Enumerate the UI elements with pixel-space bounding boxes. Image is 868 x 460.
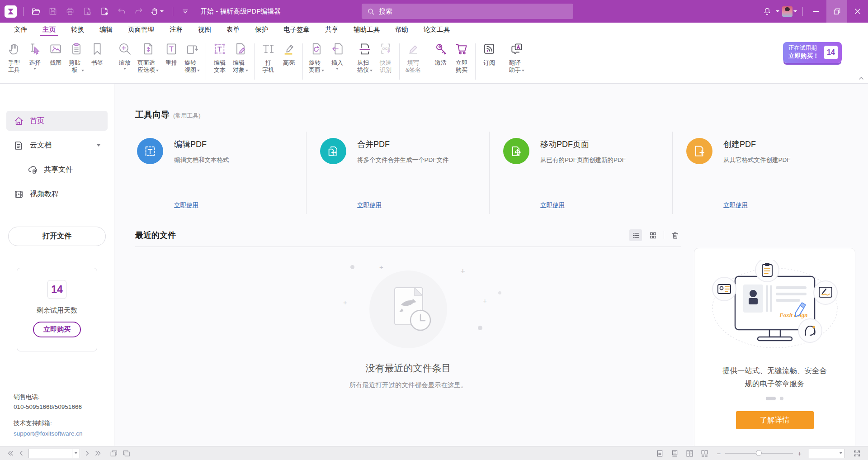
menu-help[interactable]: 帮助 — [387, 23, 416, 36]
menu-page-management[interactable]: 页面管理 — [120, 23, 162, 36]
menu-share[interactable]: 共享 — [317, 23, 346, 36]
hand-tool-button[interactable]: 手型 工具 — [4, 40, 24, 74]
menu-home[interactable]: 主页 — [35, 23, 63, 36]
edit-text-button[interactable]: 编辑 文本 — [209, 40, 230, 74]
zoom-button[interactable]: 缩放 — [114, 40, 135, 71]
activate-button[interactable]: 激活 — [430, 40, 451, 67]
tool-card-create-pdf[interactable]: 创建PDF 从其它格式文件创建PDF 立即使用 — [672, 132, 855, 214]
collapse-ribbon-icon[interactable] — [858, 74, 864, 82]
menu-comment[interactable]: 注释 — [162, 23, 190, 36]
highlight-button[interactable]: 高亮 — [278, 40, 299, 67]
clear-recent-button[interactable] — [669, 229, 681, 241]
sidebar-item-video-tutorials[interactable]: 视频教程 — [6, 184, 108, 204]
user-avatar[interactable] — [782, 6, 793, 17]
tool-card-move-pages[interactable]: 移动PDF页面 从已有的PDF页面创建新的PDF 立即使用 — [489, 132, 672, 214]
ribbon-divider — [399, 43, 400, 80]
sidebar-item-shared-files[interactable]: 共享文件 — [6, 160, 108, 180]
single-page-view-button[interactable] — [653, 446, 666, 460]
trial-badge[interactable]: 正在试用期 立即购买！ 14 — [783, 42, 842, 63]
menu-edit[interactable]: 编辑 — [92, 23, 120, 36]
account-caret-icon[interactable] — [793, 10, 797, 12]
use-now-link[interactable]: 立即使用 — [174, 201, 298, 209]
facing-continuous-view-button[interactable] — [698, 446, 711, 460]
zoom-in-button[interactable]: + — [797, 450, 802, 457]
fill-sign-pencil-icon — [405, 41, 421, 57]
rotate-pages-button[interactable]: 旋转 页面 — [306, 40, 327, 74]
minimize-button[interactable] — [806, 0, 826, 23]
use-now-link[interactable]: 立即使用 — [723, 201, 847, 209]
search-input[interactable]: 搜索 — [362, 4, 573, 19]
previous-view-button[interactable] — [108, 446, 120, 460]
sidebar-item-cloud-docs[interactable]: 云文档 — [6, 135, 108, 155]
menu-convert[interactable]: 转换 — [63, 23, 92, 36]
buy-now-pill-button[interactable]: 立即购买 — [33, 322, 81, 337]
zoom-dropdown-button[interactable] — [837, 449, 845, 458]
reflow-button[interactable]: 重排 — [161, 40, 182, 67]
zoom-slider-track[interactable] — [725, 453, 793, 454]
use-now-link[interactable]: 立即使用 — [357, 201, 481, 209]
tool-card-edit-pdf[interactable]: 编辑PDF 编辑文档和文本格式 立即使用 — [135, 132, 306, 214]
typewriter-button[interactable]: 打 字机 — [258, 40, 278, 74]
open-file-icon[interactable] — [28, 4, 43, 19]
menu-file[interactable]: 文件 — [6, 23, 35, 36]
insert-pages-button[interactable]: 插入 — [327, 40, 348, 71]
tool-card-merge-pdf[interactable]: 合并PDF 将多个文件合并生成一个PDF文件 立即使用 — [306, 132, 489, 214]
bookmark-button[interactable]: 书签 — [87, 40, 108, 67]
zoom-percent-input[interactable] — [809, 449, 837, 458]
dropdown-caret — [245, 70, 248, 71]
continuous-view-button[interactable] — [668, 446, 681, 460]
menu-accessibility[interactable]: 辅助工具 — [346, 23, 387, 36]
rotate-view-button[interactable]: 旋转 视图 — [182, 40, 203, 74]
learn-more-button[interactable]: 了解详情 — [736, 411, 814, 429]
open-file-button[interactable]: 打开文件 — [8, 227, 106, 246]
carousel-dot-active[interactable] — [766, 397, 776, 400]
menu-paper-tools[interactable]: 论文工具 — [416, 23, 458, 36]
next-view-button[interactable] — [120, 446, 133, 460]
zoom-out-button[interactable]: − — [716, 450, 722, 457]
support-email-link[interactable]: support@foxitsoftware.cn — [14, 429, 83, 439]
clipboard-button[interactable]: 剪贴 板 — [66, 40, 87, 74]
carousel-dot[interactable] — [780, 397, 783, 400]
first-page-button[interactable] — [5, 446, 16, 460]
subscribe-button[interactable]: 订阅 — [479, 40, 500, 67]
fullscreen-button[interactable] — [850, 446, 863, 460]
last-page-button[interactable] — [92, 446, 104, 460]
fill-sign-button[interactable]: 填写 &签名 — [403, 40, 424, 74]
menu-form[interactable]: 表单 — [219, 23, 247, 36]
restore-button[interactable] — [826, 0, 847, 23]
sidebar-item-label: 首页 — [30, 116, 44, 126]
use-now-link[interactable]: 立即使用 — [540, 201, 664, 209]
list-view-button[interactable] — [629, 229, 642, 241]
next-page-button[interactable] — [83, 446, 92, 460]
from-scanner-button[interactable]: 从扫 描仪 — [354, 40, 375, 74]
zoom-slider-thumb[interactable] — [756, 450, 762, 456]
buy-now-button[interactable]: 立即 购买 — [451, 40, 472, 74]
dropdown-caret — [123, 68, 126, 70]
carousel-dots[interactable] — [694, 397, 855, 400]
zoom-plus-icon — [117, 41, 133, 57]
page-number-input[interactable] — [28, 449, 72, 458]
notifications-caret-icon[interactable] — [776, 10, 779, 12]
notifications-bell-icon[interactable] — [760, 4, 775, 19]
sidebar-item-label: 视频教程 — [30, 190, 59, 199]
menu-esign[interactable]: 电子签章 — [276, 23, 317, 36]
customize-toolbar-icon[interactable] — [178, 4, 193, 19]
snapshot-button[interactable]: 截图 — [45, 40, 66, 67]
close-button[interactable] — [847, 0, 868, 23]
page-fit-button[interactable]: 页面适 应选项 — [135, 40, 161, 74]
menu-protect[interactable]: 保护 — [247, 23, 276, 36]
sidebar-item-home[interactable]: 首页 — [6, 111, 108, 131]
translate-assistant-button[interactable]: 翻译 助手 — [506, 40, 527, 74]
quick-ocr-button[interactable]: OCR 快速 识别 — [375, 40, 396, 74]
facing-view-button[interactable] — [683, 446, 696, 460]
grid-view-button[interactable] — [646, 229, 659, 241]
page-dropdown-button[interactable] — [72, 449, 80, 458]
hand-tool-icon[interactable] — [148, 4, 168, 19]
list-view-icon — [632, 232, 640, 239]
edit-object-button[interactable]: 编辑 对象 — [230, 40, 251, 74]
previous-page-button[interactable] — [16, 446, 26, 460]
expand-caret-icon[interactable] — [97, 144, 100, 147]
create-pdf-icon[interactable] — [97, 4, 112, 19]
menu-view[interactable]: 视图 — [190, 23, 219, 36]
select-tool-button[interactable]: 选择 — [24, 40, 45, 71]
